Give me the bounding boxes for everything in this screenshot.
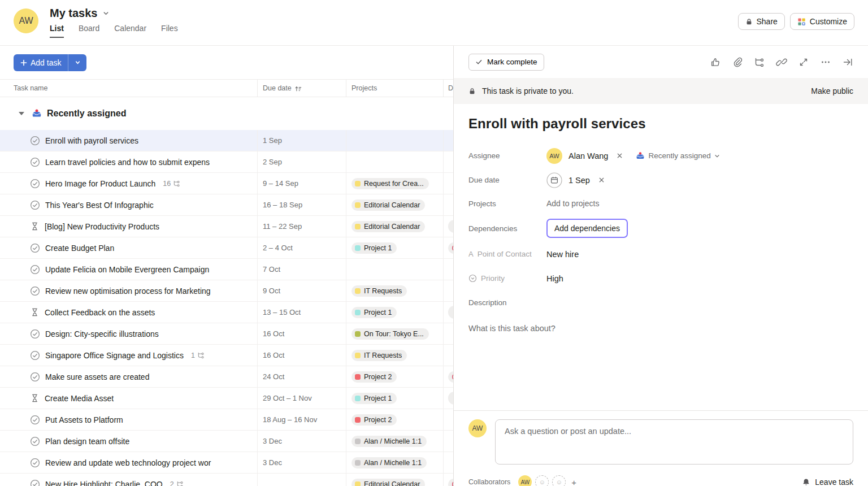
add-collaborator-slot[interactable]: ☺ [535, 475, 549, 486]
collapse-caret-icon[interactable] [19, 112, 24, 115]
make-public-button[interactable]: Make public [811, 86, 853, 96]
collapse-panel-icon[interactable] [842, 57, 853, 68]
add-task-button[interactable]: Add task [14, 54, 86, 71]
task-row[interactable]: Plan design team offsite3 DecAlan / Mich… [0, 431, 453, 452]
column-task-name[interactable]: Task name [0, 80, 257, 97]
task-row[interactable]: Create Media Asset29 Oct – 1 NovProject … [0, 388, 453, 409]
projects-cell[interactable]: On Tour: Tokyo E... [346, 323, 443, 344]
due-date-cell[interactable]: 1 Sep [257, 130, 346, 151]
due-date-cell[interactable] [257, 474, 346, 486]
project-pill[interactable]: Alan / Michelle 1:1 [351, 436, 427, 447]
project-pill[interactable]: Project 2 [351, 414, 397, 426]
column-due-date[interactable]: Due date [257, 80, 346, 97]
add-dependencies-input[interactable]: Add dependencies [546, 219, 628, 238]
project-pill[interactable]: Editorial Calendar [351, 221, 425, 232]
copy-link-icon[interactable] [776, 57, 787, 68]
point-of-contact-value[interactable]: New hire [546, 250, 579, 259]
dependencies-cell[interactable] [443, 345, 453, 366]
dependency-pill[interactable] [448, 306, 453, 319]
dependencies-cell[interactable] [443, 216, 453, 237]
dependencies-cell[interactable] [443, 409, 453, 430]
due-date-cell[interactable]: 2 – 4 Oct [257, 237, 346, 258]
due-date-cell[interactable]: 24 Oct [257, 366, 346, 387]
attachment-icon[interactable] [732, 57, 743, 68]
hourglass-icon[interactable] [30, 222, 40, 231]
task-row[interactable]: Singapore Office Signage and Logistics1 … [0, 345, 453, 366]
due-date-cell[interactable]: 3 Dec [257, 431, 346, 452]
projects-cell[interactable]: Alan / Michelle 1:1 [346, 431, 443, 452]
check-circle-icon[interactable] [30, 200, 40, 210]
due-date-cell[interactable]: 7 Oct [257, 259, 346, 280]
mark-complete-button[interactable]: Mark complete [468, 54, 544, 71]
due-date-cell[interactable]: 9 – 14 Sep [257, 173, 346, 194]
projects-cell[interactable]: Project 2 [346, 409, 443, 430]
project-pill[interactable]: Editorial Calendar [351, 479, 425, 486]
project-pill[interactable]: Request for Crea... [351, 178, 429, 189]
projects-cell[interactable] [346, 130, 443, 151]
dependencies-cell[interactable] [443, 302, 453, 323]
projects-cell[interactable]: Editorial Calendar [346, 216, 443, 237]
project-pill[interactable]: Editorial Calendar [351, 199, 425, 211]
dependency-pill[interactable] [448, 242, 453, 254]
customize-button[interactable]: Customize [790, 13, 854, 30]
check-circle-icon[interactable] [30, 243, 40, 253]
check-circle-icon[interactable] [30, 329, 40, 339]
task-row[interactable]: New Hire Highlight: Charlie, COO2 Editor… [0, 474, 453, 486]
avatar[interactable]: AW [14, 8, 38, 33]
task-row[interactable]: Put Assets to Platform18 Aug – 16 NovPro… [0, 409, 453, 431]
collaborator-avatar[interactable]: AW [518, 475, 532, 486]
task-row[interactable]: Hero Image for Product Launch16 9 – 14 S… [0, 173, 453, 194]
projects-cell[interactable]: Alan / Michelle 1:1 [346, 452, 443, 473]
projects-cell[interactable]: IT Requests [346, 280, 443, 301]
task-row[interactable]: Collect Feedback on the assets13 – 15 Oc… [0, 302, 453, 323]
assignee-avatar[interactable]: AW [546, 148, 562, 164]
check-circle-icon[interactable] [30, 436, 40, 446]
check-circle-icon[interactable] [30, 479, 40, 486]
check-circle-icon[interactable] [30, 350, 40, 361]
tab-calendar[interactable]: Calendar [114, 24, 146, 37]
dependencies-cell[interactable] [443, 366, 453, 387]
check-circle-icon[interactable] [30, 179, 40, 189]
tab-list[interactable]: List [50, 24, 64, 37]
column-projects[interactable]: Projects [346, 80, 443, 97]
dependencies-cell[interactable] [443, 237, 453, 258]
dependencies-cell[interactable] [443, 474, 453, 486]
projects-cell[interactable]: Project 1 [346, 237, 443, 258]
check-circle-icon[interactable] [30, 264, 40, 275]
due-date-cell[interactable]: 16 Oct [257, 345, 346, 366]
task-row[interactable]: Review and update web technology project… [0, 452, 453, 474]
more-options-icon[interactable] [820, 57, 831, 68]
hourglass-icon[interactable] [30, 307, 40, 317]
check-circle-icon[interactable] [30, 136, 40, 146]
dependencies-cell[interactable] [443, 388, 453, 409]
priority-value[interactable]: High [546, 274, 563, 283]
add-collaborator-button[interactable]: + [571, 478, 576, 486]
assignee-name[interactable]: Alan Wang [568, 151, 608, 160]
projects-cell[interactable] [346, 151, 443, 172]
due-date-cell[interactable]: 11 – 22 Sep [257, 216, 346, 237]
dependencies-cell[interactable] [443, 194, 453, 215]
check-circle-icon[interactable] [30, 415, 40, 425]
task-row[interactable]: Review new optimisation process for Mark… [0, 280, 453, 302]
due-date-cell[interactable]: 16 Oct [257, 323, 346, 344]
add-task-dropdown[interactable] [68, 54, 86, 71]
due-date-value[interactable]: 1 Sep [568, 176, 590, 185]
dependencies-cell[interactable] [443, 323, 453, 344]
due-date-cell[interactable]: 18 Aug – 16 Nov [257, 409, 346, 430]
project-pill[interactable]: Project 2 [351, 371, 397, 383]
add-collaborator-slot[interactable]: ☺ [552, 475, 566, 486]
remove-due-date-button[interactable] [598, 177, 605, 183]
task-list-dropdown[interactable]: Recently assigned [636, 151, 719, 160]
due-date-cell[interactable]: 2 Sep [257, 151, 346, 172]
comment-input[interactable]: Ask a question or post an update... [495, 419, 853, 465]
tab-board[interactable]: Board [79, 24, 99, 37]
dependencies-cell[interactable] [443, 173, 453, 194]
column-dependencies[interactable]: De [443, 80, 453, 97]
project-pill[interactable]: Project 1 [351, 307, 397, 318]
leave-task-button[interactable]: Leave task [802, 478, 853, 486]
share-button[interactable]: Share [738, 13, 785, 30]
projects-cell[interactable]: Project 1 [346, 388, 443, 409]
projects-cell[interactable]: Editorial Calendar [346, 194, 443, 215]
project-pill[interactable]: Alan / Michelle 1:1 [351, 457, 427, 468]
due-date-cell[interactable]: 16 – 18 Sep [257, 194, 346, 215]
